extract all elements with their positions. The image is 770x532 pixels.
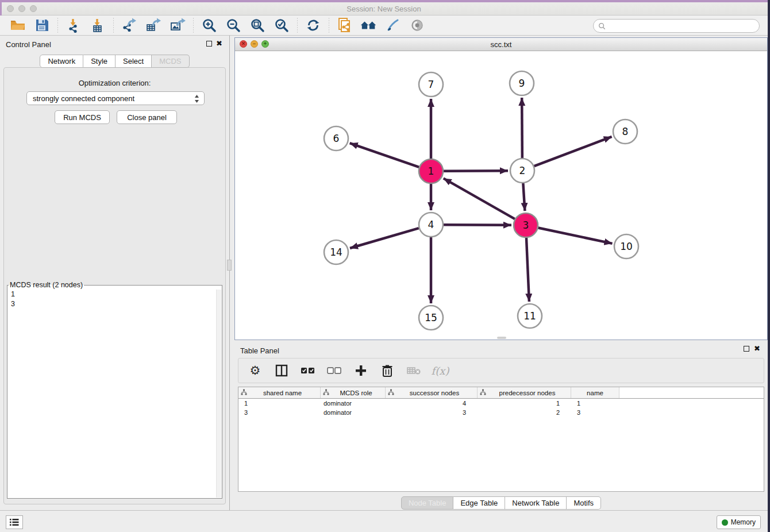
add-icon[interactable] (353, 363, 368, 378)
mcds-result-list[interactable]: 13 (7, 289, 222, 498)
edge-2-9[interactable] (522, 98, 522, 158)
column-header-predecessor-nodes[interactable]: predecessor nodes (478, 387, 571, 398)
close-network-icon[interactable]: ✕ (240, 40, 247, 48)
cell-successor-nodes[interactable]: 4 (386, 400, 478, 407)
eye-icon[interactable] (409, 17, 426, 34)
edge-4-3[interactable] (444, 225, 511, 225)
tab-select[interactable]: Select (116, 55, 152, 68)
minimize-window-icon[interactable] (18, 5, 25, 12)
result-scrollbar[interactable] (216, 290, 221, 498)
edge-2-3[interactable] (523, 183, 525, 211)
window-resize-grip[interactable] (497, 337, 506, 339)
cell-predecessor-nodes[interactable]: 2 (478, 409, 571, 416)
cell-MCDS-role[interactable]: dominator (321, 409, 386, 416)
save-icon[interactable] (33, 17, 51, 34)
close-table-panel-icon[interactable]: ✖ (754, 344, 760, 353)
node-1[interactable]: 1 (419, 159, 443, 183)
svg-text:1: 1 (428, 165, 434, 177)
select-all-icon[interactable] (301, 363, 315, 378)
column-header-successor-nodes[interactable]: successor nodes (386, 387, 478, 398)
search-input[interactable] (609, 22, 754, 30)
zoom-window-icon[interactable] (30, 5, 37, 12)
tab-network-table[interactable]: Network Table (505, 496, 567, 510)
tab-motifs[interactable]: Motifs (567, 496, 601, 510)
cell-predecessor-nodes[interactable]: 1 (478, 400, 571, 407)
edge-3-1[interactable] (444, 178, 515, 219)
search-box[interactable] (593, 19, 760, 33)
refresh-icon[interactable] (305, 17, 322, 34)
close-panel-button[interactable]: Close panel (117, 110, 177, 124)
node-9[interactable]: 9 (510, 71, 534, 95)
memory-button[interactable]: Memory (717, 515, 761, 529)
tab-edge-table[interactable]: Edge Table (453, 496, 505, 510)
window-controls[interactable] (7, 5, 37, 12)
node-10[interactable]: 10 (614, 234, 638, 259)
edge-1-6[interactable] (350, 143, 419, 167)
node-15[interactable]: 15 (419, 306, 443, 330)
edge-1-2[interactable] (444, 171, 508, 171)
delete-icon[interactable] (380, 363, 395, 378)
table-row[interactable]: 3dominator323 (238, 408, 764, 417)
float-panel-icon[interactable] (206, 41, 212, 47)
close-window-icon[interactable] (7, 5, 14, 12)
table-row[interactable]: 1dominator411 (238, 399, 764, 408)
zoom-in-icon[interactable] (201, 17, 218, 34)
zoom-fit-icon[interactable] (249, 17, 266, 34)
network-window-titlebar[interactable]: ✕ − + scc.txt (235, 38, 767, 51)
import-network-icon[interactable] (65, 17, 82, 34)
edge-3-10[interactable] (538, 228, 613, 244)
brush-icon[interactable] (384, 17, 402, 34)
cell-shared-name[interactable]: 1 (238, 400, 321, 407)
close-panel-icon[interactable]: ✖ (216, 39, 222, 48)
panel-divider-handle[interactable] (227, 260, 232, 271)
zoom-selected-icon[interactable] (273, 17, 290, 34)
tab-mcds[interactable]: MCDS (152, 55, 189, 68)
gear-icon[interactable]: ⚙ (248, 363, 263, 378)
split-view-icon[interactable] (274, 363, 289, 378)
column-header-shared-name[interactable]: shared name (238, 387, 321, 398)
minimize-network-icon[interactable]: − (251, 40, 258, 48)
task-history-button[interactable] (6, 515, 23, 529)
node-2[interactable]: 2 (510, 159, 534, 183)
node-4[interactable]: 4 (419, 213, 443, 237)
export-image-icon[interactable] (169, 17, 186, 34)
edge-3-11[interactable] (526, 238, 529, 302)
edge-2-8[interactable] (534, 137, 612, 166)
tab-network[interactable]: Network (40, 55, 83, 68)
export-network-icon[interactable] (121, 17, 138, 34)
optimization-criterion-select[interactable]: strongly connected component (26, 91, 205, 105)
cell-MCDS-role[interactable]: dominator (321, 400, 386, 407)
edge-4-14[interactable] (350, 228, 419, 248)
desktop-edge-left (0, 0, 2, 16)
mcds-tab-content: Optimization criterion: strongly connect… (3, 67, 226, 504)
node-7[interactable]: 7 (419, 72, 443, 97)
export-table-icon[interactable] (145, 17, 162, 34)
node-8[interactable]: 8 (613, 119, 637, 144)
tab-node-table[interactable]: Node Table (401, 496, 454, 510)
zoom-out-icon[interactable] (225, 17, 242, 34)
tab-style[interactable]: Style (83, 55, 116, 68)
home-icon[interactable] (360, 17, 378, 34)
node-6[interactable]: 6 (324, 126, 348, 151)
column-header-MCDS-role[interactable]: MCDS role (321, 387, 386, 398)
cell-shared-name[interactable]: 3 (238, 409, 321, 416)
network-window-controls[interactable]: ✕ − + (240, 40, 269, 48)
maximize-network-icon[interactable]: + (261, 40, 269, 48)
import-table-icon[interactable] (89, 17, 106, 34)
column-header-name[interactable]: name (571, 387, 619, 398)
network-canvas[interactable]: 7968124314101511 (235, 51, 767, 340)
node-11[interactable]: 11 (518, 304, 542, 328)
node-table[interactable]: shared name MCDS role successor nodes pr… (238, 387, 764, 492)
mcds-result-item: 1 (11, 290, 218, 299)
control-panel-title: Control Panel (6, 40, 51, 49)
duplicate-network-icon[interactable] (336, 17, 353, 34)
folder-open-icon[interactable] (9, 17, 26, 34)
float-table-panel-icon[interactable] (744, 346, 749, 352)
deselect-all-icon[interactable] (327, 363, 342, 378)
run-mcds-button[interactable]: Run MCDS (55, 110, 110, 124)
node-14[interactable]: 14 (324, 240, 348, 264)
cell-successor-nodes[interactable]: 3 (386, 409, 478, 416)
node-3[interactable]: 3 (514, 213, 538, 237)
cell-name[interactable]: 3 (571, 409, 619, 416)
cell-name[interactable]: 1 (571, 400, 619, 407)
